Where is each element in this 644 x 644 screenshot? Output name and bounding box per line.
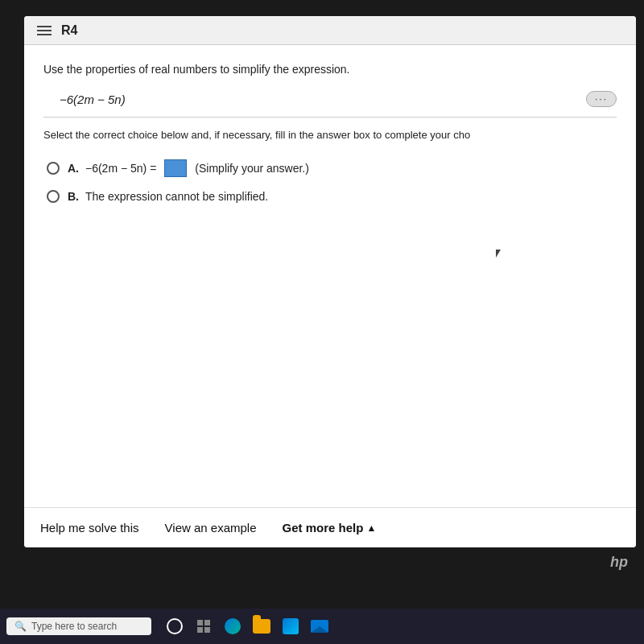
taskbar-edge-button[interactable]: [221, 614, 245, 638]
content-area: Use the properties of real numbers to si…: [24, 45, 636, 507]
choice-label-b: B. The expression cannot be simplified.: [68, 190, 268, 203]
windows-circle-icon: [167, 618, 183, 634]
monitor-screen: R4 Use the properties of real numbers to…: [24, 16, 636, 547]
search-icon: 🔍: [14, 621, 27, 632]
search-placeholder: Type here to search: [31, 621, 117, 632]
choice-text-a-before: −6(2m − 5n) =: [85, 162, 156, 175]
choice-item-b: B. The expression cannot be simplified.: [47, 190, 617, 203]
taskbar-grid-button[interactable]: [192, 614, 216, 638]
help-me-solve-link[interactable]: Help me solve this: [40, 521, 139, 535]
edge-icon: [225, 618, 241, 634]
store-icon: [283, 618, 299, 634]
choice-letter-a: A.: [68, 162, 79, 175]
choice-text-a-after: (Simplify your answer.): [195, 162, 309, 175]
choice-letter-b: B.: [68, 190, 79, 203]
divider: [43, 117, 617, 118]
select-instruction: Select the correct choice below and, if …: [43, 127, 617, 143]
page-title: R4: [61, 23, 77, 38]
dots-button[interactable]: ···: [586, 91, 617, 107]
bottom-bar: Help me solve this View an example Get m…: [24, 507, 636, 547]
expression-text: −6(2m − 5n): [43, 93, 126, 106]
view-example-link[interactable]: View an example: [165, 521, 257, 535]
taskbar-windows-button[interactable]: [163, 614, 187, 638]
search-bar[interactable]: 🔍 Type here to search: [6, 617, 151, 635]
choice-label-a: A. −6(2m − 5n) = (Simplify your answer.): [68, 159, 309, 177]
expression-box: −6(2m − 5n) ···: [43, 91, 617, 107]
question-instruction: Use the properties of real numbers to si…: [43, 61, 617, 78]
taskbar-mail-button[interactable]: [308, 614, 332, 638]
monitor-bottom: hp: [0, 547, 644, 609]
menu-icon[interactable]: [37, 26, 52, 35]
choice-item-a: A. −6(2m − 5n) = (Simplify your answer.): [47, 159, 617, 177]
answer-input-box[interactable]: [164, 159, 187, 177]
grid-icon: [197, 620, 210, 633]
choices-container: A. −6(2m − 5n) = (Simplify your answer.)…: [43, 159, 617, 203]
get-more-help-link[interactable]: Get more help ▲: [283, 521, 377, 535]
taskbar-store-button[interactable]: [279, 614, 303, 638]
get-more-help-label: Get more help: [283, 521, 364, 535]
choice-text-b: The expression cannot be simplified.: [85, 190, 268, 203]
header-bar: R4: [24, 16, 636, 45]
radio-a[interactable]: [47, 162, 60, 175]
taskbar: 🔍 Type here to search: [0, 609, 644, 644]
arrow-up-icon: ▲: [366, 522, 376, 534]
mail-icon: [311, 620, 328, 633]
hp-logo: hp: [610, 554, 628, 571]
taskbar-folder-button[interactable]: [250, 614, 274, 638]
folder-icon: [253, 619, 270, 634]
radio-b[interactable]: [47, 190, 60, 203]
